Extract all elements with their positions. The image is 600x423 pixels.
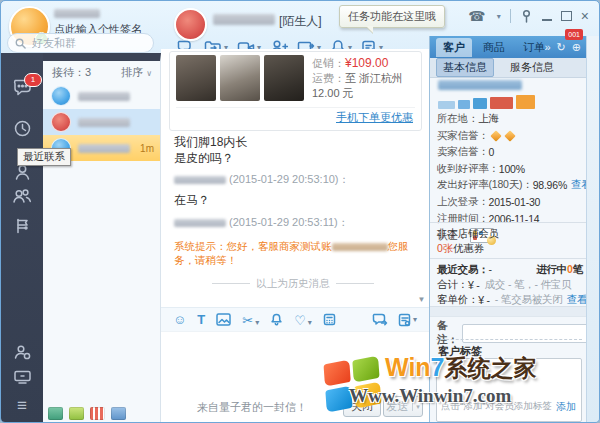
screenshot-button[interactable]: ✂▾ [242,311,259,329]
briefcase-icon[interactable] [48,407,63,420]
panel-edge-strip[interactable] [586,36,600,423]
mobile-order-link[interactable]: 手机下单更优惠 [336,110,413,125]
contact-name-redacted [78,92,130,101]
minimize-button[interactable] [542,19,552,21]
contact-avatar [51,86,71,106]
search-icon [15,38,26,49]
tab-customer[interactable]: 客户 [436,38,472,57]
emoji-icon[interactable]: ☺ [173,313,186,326]
notification-badge: 001 [565,29,583,40]
shortcut-reply-button[interactable]: ▾ [398,313,417,327]
apps-icon[interactable] [111,407,126,420]
message-input[interactable] [161,333,429,389]
footer-note-link[interactable]: 来自量子君的一封信！ [197,400,307,415]
customer-name-redacted [438,80,522,90]
chat-area: 促销：¥109.00 运费：至 浙江杭州 12.00 元 手机下单更优惠 我们脚… [161,49,429,423]
unread-badge: 1 [24,73,42,87]
calculator-icon[interactable] [323,313,336,326]
sidebar-groups-icon[interactable] [1,187,43,205]
panel-tabs: 客户 商品 订单 » ↻ ⊕ 001 [430,36,586,58]
product-card[interactable]: 促销：¥109.00 运费：至 浙江杭州 12.00 元 手机下单更优惠 [169,51,422,131]
font-icon[interactable]: T [197,312,205,327]
contact-name-redacted [78,144,130,153]
peer-name-redacted [213,14,275,25]
send-button[interactable]: 发送▾ [383,396,423,417]
scroll-down-icon[interactable]: ▼ [416,294,427,305]
add-tag-link[interactable]: 添加 [556,400,576,414]
shipping-label: 运费： [312,72,345,84]
contacts-panel: 接待：3 排序 ∨ 1m [43,53,161,423]
history-divider: 以上为历史消息 [174,276,412,292]
message-list: 我们脚18内长 是皮的吗？ (2015-01-29 20:53:10)： 在马？… [174,135,412,291]
favorite-button[interactable]: ♡▾ [294,311,312,329]
gem-icon [504,130,515,141]
subtab-service-info[interactable]: 服务信息 [504,59,560,76]
divider [430,222,586,223]
refresh-icon[interactable]: ↻ [557,41,566,54]
nav-sidebar: 1 ≡ [1,53,43,423]
chevron-down-icon: ▾ [497,12,501,21]
image-icon[interactable] [216,313,231,326]
bankcard-icon[interactable] [69,407,84,420]
message-timestamp: (2015-01-29 20:53:10)： [174,172,412,188]
trade-avg-row: 客单价：¥ - - 笔交易被关闭 查看 [437,293,583,307]
recent-trade-row: 最近交易：- 进行中0笔 [437,263,583,277]
panel-subtabs: 基本信息 服务信息 [430,58,586,78]
contact-time: 1m [140,143,154,154]
more-tabs-icon[interactable]: » [544,41,550,53]
search-box[interactable] [7,33,154,53]
add-panel-icon[interactable]: ⊕ [572,41,581,54]
product-image [176,55,216,101]
self-name-redacted [54,9,100,18]
contacts-footer [43,407,166,420]
customer-fields: 所在地：上海 买家信誉： 卖家信誉：0 收到好评率：100% 发出好评率(180… [437,112,583,246]
view-link[interactable]: 查看 [567,293,588,307]
sidebar-workbench-icon[interactable] [1,369,43,385]
phone-call-button[interactable]: ☎ [468,8,485,24]
sidebar-service-icon[interactable] [1,343,43,361]
peer-stranger-tag: [陌生人] [279,13,322,30]
input-toolbar: ☺ T ✂▾ ♡▾ ▾ [161,307,429,332]
contact-row[interactable] [43,83,160,109]
task-tooltip: 任务功能在这里哦 [339,5,445,28]
system-message: 系统提示：您好，客服商家测试账您服务，请稍等！ [174,239,412,267]
send-options-caret[interactable]: ▾ [412,403,420,411]
close-chat-button[interactable]: 关闭 [343,396,381,417]
chat-bottom-bar: 来自量子君的一封信！ 关闭 发送▾ [161,391,429,423]
dashed-divider [436,339,582,340]
product-price: ¥109.00 [345,56,388,70]
trade-total-row: 合计：¥ - 成交 - 笔，- 件宝贝 [437,278,583,292]
divider [176,107,415,108]
pin-icon[interactable] [520,9,533,23]
maximize-button[interactable] [561,11,572,21]
customer-tags-box[interactable]: 点击“添加”对会员添加标签 添加 [436,358,582,422]
heart-icon: ♡ [294,313,306,328]
sidebar-org-icon[interactable] [1,217,43,235]
sidebar-recent-icon[interactable] [1,119,43,138]
search-input[interactable] [30,36,146,50]
close-button[interactable]: × [581,10,589,22]
recent-tooltip: 最近联系 [17,148,71,166]
chat-history-icon[interactable] [372,312,388,327]
divider [510,9,511,23]
info-panel: 客户 商品 订单 » ↻ ⊕ 001 基本信息 服务信息 所在地：上海 买家信誉… [429,36,586,423]
credit-bars [438,94,535,109]
sort-control[interactable]: 排序 ∨ [121,65,152,80]
tab-goods[interactable]: 商品 [476,38,512,57]
wangwang-window: ✓ 点此输入个性签名 [陌生人] ▾ ▾ ▾ ▾ [0,0,600,423]
gem-icon [490,130,501,141]
section-gap [430,306,586,317]
sidebar-menu-icon[interactable]: ≡ [1,396,43,416]
message-text: 在马？ [174,193,412,209]
contact-row-selected[interactable] [43,109,160,135]
scissors-icon: ✂ [242,313,253,328]
message-text: 我们脚18内长 [174,135,412,151]
product-image [220,55,260,101]
shop-icon[interactable] [90,407,105,420]
contact-name-redacted [78,118,130,127]
contact-avatar [51,112,71,132]
subtab-basic-info[interactable]: 基本信息 [436,58,494,77]
buzz-icon[interactable] [270,313,283,327]
message-timestamp: (2015-01-29 20:53:11)： [174,215,412,231]
customer-tags-title: 客户标签 [438,344,482,359]
